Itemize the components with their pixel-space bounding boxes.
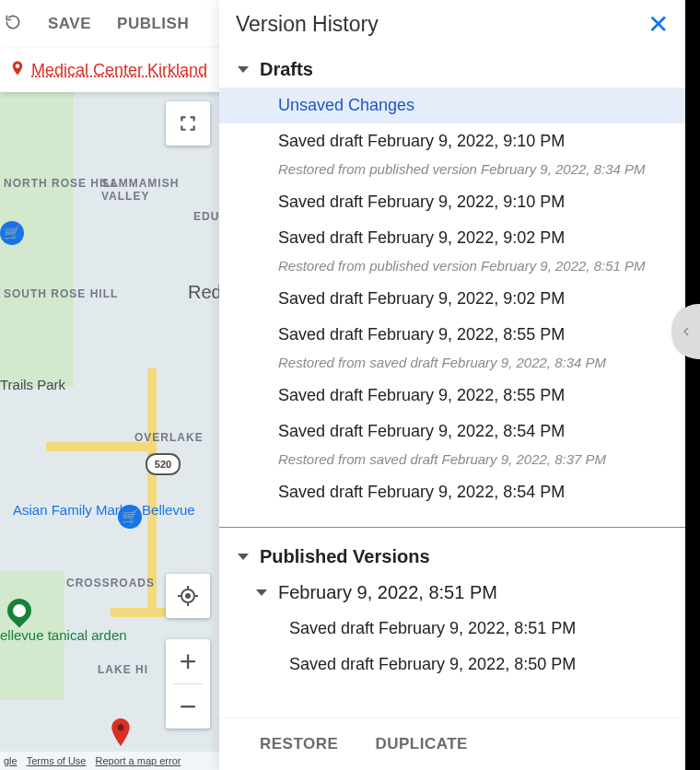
draft-row[interactable]: Saved draft February 9, 2022, 8:55 PM <box>219 317 685 353</box>
draft-row[interactable]: Saved draft February 9, 2022, 8:54 PM <box>219 474 685 510</box>
svg-point-2 <box>185 593 191 599</box>
map-label: EDU <box>193 210 219 223</box>
draft-row[interactable]: Saved draft February 9, 2022, 9:02 PM <box>219 281 685 317</box>
save-button[interactable]: SAVE <box>48 15 91 33</box>
close-button[interactable]: ✕ <box>648 9 669 40</box>
map-label: LAKE HI <box>98 663 148 676</box>
map-label: SAMMAMISH VALLEY <box>101 177 219 203</box>
location-chip[interactable]: Medical Center Kirkland <box>0 48 228 92</box>
map-poi[interactable]: ellevue tanical arden <box>0 628 127 644</box>
zoom-in-button[interactable]: + <box>166 639 210 683</box>
letterbox-right <box>685 0 700 770</box>
restore-button[interactable]: RESTORE <box>260 735 338 753</box>
draft-row[interactable]: Saved draft February 9, 2022, 9:02 PM <box>219 220 685 256</box>
drafts-heading: Drafts <box>260 59 313 80</box>
chevron-down-icon <box>256 589 267 596</box>
published-row[interactable]: Saved draft February 9, 2022, 8:50 PM <box>219 647 685 682</box>
drafts-section-header[interactable]: Drafts <box>219 48 685 88</box>
locate-me-button[interactable] <box>166 574 210 618</box>
panel-body[interactable]: Drafts Unsaved ChangesSaved draft Februa… <box>219 48 685 770</box>
map-pin-red[interactable] <box>111 718 131 750</box>
published-section-header[interactable]: Published Versions <box>219 535 685 575</box>
hwy-badge: 520 <box>146 453 181 475</box>
editor-toolbar: SAVE PUBLISH <box>0 0 223 48</box>
draft-restore-note: Restored from published version February… <box>219 159 685 184</box>
chevron-down-icon <box>238 66 249 73</box>
map-pin-store[interactable]: 🛒 <box>118 505 142 529</box>
published-heading: Published Versions <box>260 546 430 567</box>
map-label: SOUTH ROSE HILL <box>4 287 118 300</box>
map-attr-terms[interactable]: Terms of Use <box>27 755 87 766</box>
published-row[interactable]: Saved draft February 9, 2022, 8:51 PM <box>219 611 685 647</box>
location-pin-icon <box>9 60 26 80</box>
zoom-control: + − <box>166 639 210 729</box>
map-label: CROSSROADS <box>66 577 155 589</box>
redo-icon[interactable] <box>4 13 22 36</box>
panel-title: Version History <box>236 12 379 37</box>
map-attr-google[interactable]: gle <box>4 755 18 766</box>
published-group-label: February 9, 2022, 8:51 PM <box>278 582 497 603</box>
section-divider <box>219 527 685 528</box>
published-group-header[interactable]: February 9, 2022, 8:51 PM <box>219 575 685 611</box>
draft-restore-note: Restored from saved draft February 9, 20… <box>219 449 685 474</box>
publish-button[interactable]: PUBLISH <box>117 15 189 33</box>
map-label: Redn <box>188 282 219 302</box>
fullscreen-button[interactable] <box>166 101 210 146</box>
draft-row[interactable]: Saved draft February 9, 2022, 8:55 PM <box>219 378 685 414</box>
map-label: OVERLAKE <box>134 431 204 444</box>
draft-row[interactable]: Saved draft February 9, 2022, 8:54 PM <box>219 414 685 449</box>
map-canvas[interactable]: NORTH ROSE HILL SAMMAMISH VALLEY EDU SOU… <box>0 92 219 770</box>
draft-restore-note: Restored from published version February… <box>219 256 685 281</box>
duplicate-button[interactable]: DUPLICATE <box>375 735 468 753</box>
panel-footer: RESTORE DUPLICATE <box>219 718 685 770</box>
svg-point-0 <box>117 724 123 730</box>
draft-row[interactable]: Unsaved Changes <box>219 88 685 123</box>
draft-row[interactable]: Saved draft February 9, 2022, 9:10 PM <box>219 123 685 159</box>
draft-restore-note: Restored from saved draft February 9, 20… <box>219 353 685 378</box>
map-pin-store[interactable]: 🛒 <box>0 221 24 245</box>
map-label: Trails Park <box>0 378 65 393</box>
map-attribution: gle Terms of Use Report a map error <box>0 752 219 770</box>
zoom-out-button[interactable]: − <box>166 684 210 729</box>
map-poi[interactable]: Asian Family Market Bellevue <box>13 503 195 519</box>
panel-header: Version History ✕ <box>219 0 685 48</box>
draft-row[interactable]: Saved draft February 9, 2022, 9:10 PM <box>219 184 685 220</box>
chevron-down-icon <box>238 554 249 560</box>
map-attr-report[interactable]: Report a map error <box>95 755 181 766</box>
version-history-panel: Version History ✕ Drafts Unsaved Changes… <box>219 0 685 770</box>
location-name: Medical Center Kirkland <box>31 61 207 80</box>
